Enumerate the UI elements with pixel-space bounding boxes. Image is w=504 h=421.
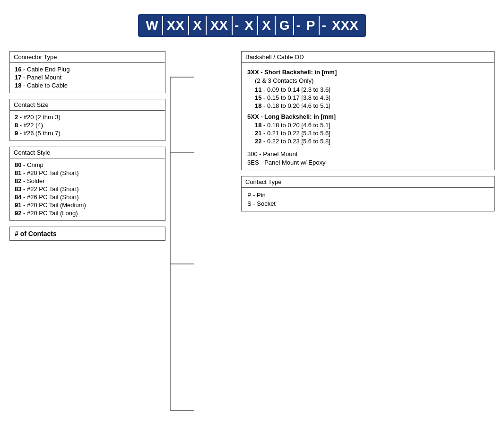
list-item: 3ES - Panel Mount w/ Epoxy	[247, 159, 488, 166]
list-item: 11 - 0.09 to 0.14 [2.3 to 3.6]	[255, 86, 488, 93]
list-item: 16 - Cable End Plug	[15, 66, 160, 73]
backshell-title: Backshell / Cable OD	[242, 52, 494, 63]
contact-size-box: Contact Size 2 - #20 (2 thru 3) 8 - #22 …	[9, 99, 165, 141]
list-item: 9 - #26 (5 thru 7)	[15, 130, 160, 137]
part-number-box: W XX X XX - X X G - P - XXX	[138, 14, 366, 37]
pn-x2: X	[241, 16, 258, 35]
pn-g: G	[276, 16, 295, 35]
list-item: 84 - #26 PC Tail (Short)	[15, 193, 160, 201]
short-backshell-sub: (2 & 3 Contacts Only)	[255, 77, 488, 84]
list-item: 21 - 0.21 to 0.22 [5.3 to 5.6]	[255, 130, 488, 137]
list-item: 17 - Panel Mount	[15, 74, 160, 81]
list-item: 91 - #20 PC Tail (Medium)	[15, 202, 160, 209]
connector-type-title: Connector Type	[10, 52, 165, 63]
list-item: 92 - #20 PC Tail (Long)	[15, 210, 160, 217]
connector-type-content: 16 - Cable End Plug 17 - Panel Mount 18 …	[10, 63, 165, 93]
pn-dash1: -	[233, 16, 241, 35]
list-item: 82 - Solder	[15, 177, 160, 184]
right-column: Backshell / Cable OD 3XX - Short Backshe…	[203, 51, 495, 241]
list-item: 18 - 0.18 to 0.20 [4.6 to 5.1]	[255, 102, 488, 109]
contact-style-box: Contact Style 80 - Crimp 81 - #20 PC Tai…	[9, 147, 165, 221]
backshell-box: Backshell / Cable OD 3XX - Short Backshe…	[241, 51, 495, 170]
list-item: 22 - 0.22 to 0.23 [5.6 to 5.8]	[255, 138, 488, 145]
pn-x1: X	[189, 16, 207, 35]
contact-size-content: 2 - #20 (2 thru 3) 8 - #22 (4) 9 - #26 (…	[10, 111, 165, 140]
long-backshell-header: 5XX - Long Backshell: in [mm]	[247, 113, 488, 120]
list-item: 2 - #20 (2 thru 3)	[15, 114, 160, 121]
list-item: 81 - #20 PC Tail (Short)	[15, 169, 160, 176]
pn-dash3: -	[320, 16, 328, 35]
contact-style-title: Contact Style	[10, 147, 165, 158]
num-contacts-label: # of Contacts	[15, 230, 57, 237]
pn-w: W	[142, 16, 163, 35]
panel-entries: 300 - Panel Mount 3ES - Panel Mount w/ E…	[247, 150, 488, 166]
list-item: 18 - Cable to Cable	[15, 82, 160, 89]
backshell-content: 3XX - Short Backshell: in [mm] (2 & 3 Co…	[242, 63, 494, 170]
connector-lines-svg	[165, 51, 203, 421]
num-contacts-box: # of Contacts	[9, 227, 165, 241]
contact-size-title: Contact Size	[10, 99, 165, 111]
pn-p: P	[303, 16, 320, 35]
pn-xx2: XX	[207, 16, 233, 35]
list-item: 18 - 0.18 to 0.20 [4.6 to 5.1]	[255, 122, 488, 129]
part-number-header: W XX X XX - X X G - P - XXX	[9, 14, 495, 37]
short-backshell-header: 3XX - Short Backshell: in [mm]	[247, 69, 488, 76]
list-item: 300 - Panel Mount	[247, 150, 488, 158]
pn-x3: X	[258, 16, 276, 35]
list-item: 15 - 0.15 to 0.17 [3.8 to 4.3]	[255, 94, 488, 101]
contact-type-box: Contact Type P - Pin S - Socket	[241, 176, 495, 211]
contact-style-content: 80 - Crimp 81 - #20 PC Tail (Short) 82 -…	[10, 158, 165, 220]
left-column: Connector Type 16 - Cable End Plug 17 - …	[9, 51, 165, 241]
list-item: 80 - Crimp	[15, 161, 160, 168]
contact-type-title: Contact Type	[242, 176, 494, 188]
connector-type-box: Connector Type 16 - Cable End Plug 17 - …	[9, 51, 165, 93]
pn-xxx: XXX	[328, 16, 362, 35]
connector-lines-area	[165, 51, 203, 241]
pn-xx1: XX	[163, 16, 189, 35]
list-item: P - Pin	[247, 192, 488, 199]
pn-dash2: -	[294, 16, 302, 35]
main-layout: Connector Type 16 - Cable End Plug 17 - …	[9, 51, 495, 241]
list-item: 8 - #22 (4)	[15, 122, 160, 129]
contact-type-content: P - Pin S - Socket	[242, 188, 494, 211]
list-item: S - Socket	[247, 200, 488, 207]
list-item: 83 - #22 PC Tail (Short)	[15, 185, 160, 193]
